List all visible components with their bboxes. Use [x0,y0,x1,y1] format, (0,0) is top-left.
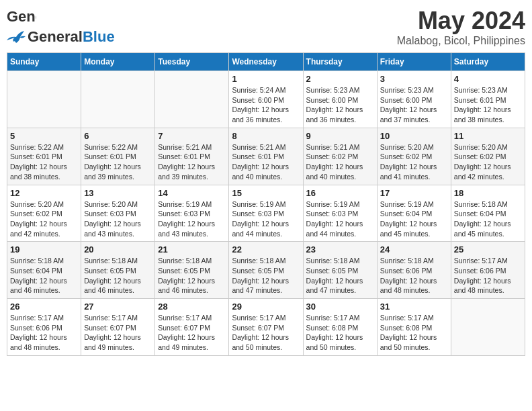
day-info: Sunrise: 5:24 AMSunset: 6:00 PMDaylight:… [232,85,300,125]
day-info: Sunrise: 5:21 AMSunset: 6:02 PMDaylight:… [306,142,374,182]
day-number: 2 [306,74,374,84]
day-info: Sunrise: 5:18 AMSunset: 6:05 PMDaylight:… [306,256,374,295]
calendar-cell: 22Sunrise: 5:18 AMSunset: 6:05 PMDayligh… [229,242,303,299]
calendar-header-monday: Monday [81,53,155,71]
day-number: 3 [380,74,448,84]
calendar-header-row: SundayMondayTuesdayWednesdayThursdayFrid… [7,53,525,71]
day-number: 4 [454,74,522,84]
calendar-cell [81,71,155,128]
day-info: Sunrise: 5:18 AMSunset: 6:05 PMDaylight:… [232,256,300,295]
day-info: Sunrise: 5:19 AMSunset: 6:03 PMDaylight:… [306,199,374,239]
day-info: Sunrise: 5:17 AMSunset: 6:08 PMDaylight:… [306,313,374,353]
day-info: Sunrise: 5:17 AMSunset: 6:07 PMDaylight:… [84,313,152,353]
day-info: Sunrise: 5:20 AMSunset: 6:03 PMDaylight:… [84,199,152,239]
calendar-cell: 31Sunrise: 5:17 AMSunset: 6:08 PMDayligh… [377,299,451,356]
day-number: 7 [158,131,226,141]
day-number: 9 [306,131,374,141]
day-number: 6 [84,131,152,141]
calendar-cell: 29Sunrise: 5:17 AMSunset: 6:07 PMDayligh… [229,299,303,356]
day-number: 8 [232,131,300,141]
day-number: 20 [84,244,152,255]
calendar-week-row: 26Sunrise: 5:17 AMSunset: 6:06 PMDayligh… [7,299,525,356]
day-info: Sunrise: 5:19 AMSunset: 6:03 PMDaylight:… [158,199,226,239]
day-number: 29 [232,302,300,312]
calendar-cell: 5Sunrise: 5:22 AMSunset: 6:01 PMDaylight… [7,128,81,185]
page-header: General GeneralBlue May 2024 Malabog, Bi… [7,7,525,47]
calendar-cell: 12Sunrise: 5:20 AMSunset: 6:02 PMDayligh… [7,185,81,242]
day-number: 28 [158,302,226,312]
day-number: 13 [84,188,152,198]
day-number: 26 [10,302,78,312]
calendar-cell [451,299,525,356]
bird-icon [7,30,26,44]
day-number: 14 [158,188,226,198]
calendar-cell: 26Sunrise: 5:17 AMSunset: 6:06 PMDayligh… [7,299,81,356]
day-info: Sunrise: 5:17 AMSunset: 6:07 PMDaylight:… [232,313,300,353]
calendar-cell: 16Sunrise: 5:19 AMSunset: 6:03 PMDayligh… [303,185,377,242]
day-number: 16 [306,188,374,198]
day-info: Sunrise: 5:20 AMSunset: 6:02 PMDaylight:… [10,199,78,239]
day-info: Sunrise: 5:21 AMSunset: 6:01 PMDaylight:… [232,142,300,182]
day-number: 5 [10,131,78,141]
calendar-cell: 9Sunrise: 5:21 AMSunset: 6:02 PMDaylight… [303,128,377,185]
location: Malabog, Bicol, Philippines [397,35,525,47]
day-number: 17 [380,188,448,198]
calendar-cell: 15Sunrise: 5:19 AMSunset: 6:03 PMDayligh… [229,185,303,242]
day-number: 23 [306,244,374,255]
day-info: Sunrise: 5:23 AMSunset: 6:00 PMDaylight:… [380,85,448,125]
calendar-cell: 21Sunrise: 5:18 AMSunset: 6:05 PMDayligh… [155,242,229,299]
day-number: 15 [232,188,300,198]
calendar-header-wednesday: Wednesday [229,53,303,71]
day-info: Sunrise: 5:18 AMSunset: 6:05 PMDaylight:… [158,256,226,295]
calendar-week-row: 1Sunrise: 5:24 AMSunset: 6:00 PMDaylight… [7,71,525,128]
day-number: 10 [380,131,448,141]
logo: General GeneralBlue [7,7,115,46]
day-info: Sunrise: 5:22 AMSunset: 6:01 PMDaylight:… [10,142,78,182]
calendar-header-sunday: Sunday [7,53,81,71]
day-info: Sunrise: 5:23 AMSunset: 6:01 PMDaylight:… [454,85,522,125]
day-info: Sunrise: 5:19 AMSunset: 6:04 PMDaylight:… [380,199,448,239]
calendar-header-thursday: Thursday [303,53,377,71]
day-number: 18 [454,188,522,198]
calendar-header-tuesday: Tuesday [155,53,229,71]
day-info: Sunrise: 5:17 AMSunset: 6:06 PMDaylight:… [10,313,78,353]
calendar-table: SundayMondayTuesdayWednesdayThursdayFrid… [7,52,525,356]
day-info: Sunrise: 5:18 AMSunset: 6:06 PMDaylight:… [380,256,448,295]
calendar-cell: 8Sunrise: 5:21 AMSunset: 6:01 PMDaylight… [229,128,303,185]
calendar-week-row: 5Sunrise: 5:22 AMSunset: 6:01 PMDaylight… [7,128,525,185]
calendar-header-saturday: Saturday [451,53,525,71]
logo-icon: General [7,7,36,28]
calendar-cell: 19Sunrise: 5:18 AMSunset: 6:04 PMDayligh… [7,242,81,299]
calendar-cell: 1Sunrise: 5:24 AMSunset: 6:00 PMDaylight… [229,71,303,128]
calendar-cell: 11Sunrise: 5:20 AMSunset: 6:02 PMDayligh… [451,128,525,185]
calendar-cell [155,71,229,128]
day-number: 27 [84,302,152,312]
day-number: 1 [232,74,300,84]
calendar-cell: 4Sunrise: 5:23 AMSunset: 6:01 PMDaylight… [451,71,525,128]
day-info: Sunrise: 5:22 AMSunset: 6:01 PMDaylight:… [84,142,152,182]
calendar-cell: 17Sunrise: 5:19 AMSunset: 6:04 PMDayligh… [377,185,451,242]
calendar-cell: 3Sunrise: 5:23 AMSunset: 6:00 PMDaylight… [377,71,451,128]
logo-general: General [28,28,83,46]
calendar-cell [7,71,81,128]
calendar-cell: 13Sunrise: 5:20 AMSunset: 6:03 PMDayligh… [81,185,155,242]
day-info: Sunrise: 5:19 AMSunset: 6:03 PMDaylight:… [232,199,300,239]
day-number: 31 [380,302,448,312]
day-info: Sunrise: 5:17 AMSunset: 6:07 PMDaylight:… [158,313,226,353]
calendar-cell: 2Sunrise: 5:23 AMSunset: 6:00 PMDaylight… [303,71,377,128]
day-info: Sunrise: 5:17 AMSunset: 6:08 PMDaylight:… [380,313,448,353]
day-info: Sunrise: 5:20 AMSunset: 6:02 PMDaylight:… [380,142,448,182]
day-info: Sunrise: 5:21 AMSunset: 6:01 PMDaylight:… [158,142,226,182]
day-info: Sunrise: 5:18 AMSunset: 6:04 PMDaylight:… [454,199,522,239]
day-number: 19 [10,244,78,255]
day-number: 12 [10,188,78,198]
calendar-cell: 7Sunrise: 5:21 AMSunset: 6:01 PMDaylight… [155,128,229,185]
calendar-cell: 23Sunrise: 5:18 AMSunset: 6:05 PMDayligh… [303,242,377,299]
calendar-cell: 28Sunrise: 5:17 AMSunset: 6:07 PMDayligh… [155,299,229,356]
calendar-cell: 25Sunrise: 5:17 AMSunset: 6:06 PMDayligh… [451,242,525,299]
day-number: 25 [454,244,522,255]
calendar-cell: 14Sunrise: 5:19 AMSunset: 6:03 PMDayligh… [155,185,229,242]
calendar-cell: 6Sunrise: 5:22 AMSunset: 6:01 PMDaylight… [81,128,155,185]
svg-text:General: General [7,8,36,25]
calendar-cell: 24Sunrise: 5:18 AMSunset: 6:06 PMDayligh… [377,242,451,299]
